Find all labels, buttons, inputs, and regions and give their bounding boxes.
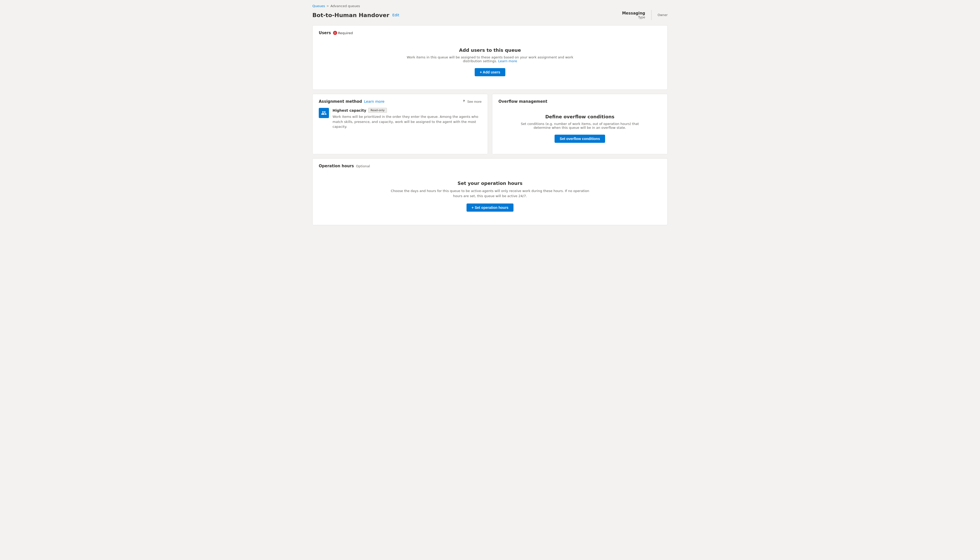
meta-type-value: Messaging xyxy=(622,11,645,15)
assignment-method-icon xyxy=(319,108,329,118)
overflow-header: Overflow management xyxy=(498,99,661,104)
breadcrumb: Queues > Advanced queues xyxy=(313,4,667,8)
operation-set-desc: Choose the days and hours for this queue… xyxy=(388,188,592,198)
operation-section-header: Operation hours Optional xyxy=(319,164,661,168)
people-icon xyxy=(321,110,327,116)
set-overflow-button[interactable]: Set overflow conditions xyxy=(555,135,605,143)
page-title: Bot-to-Human Handover xyxy=(313,12,389,18)
overflow-define-desc: Set conditions (e.g. number of work item… xyxy=(516,122,644,130)
users-section-header: Users ✕ Required xyxy=(319,31,661,35)
assignment-header: Assignment method Learn more See more xyxy=(319,99,482,104)
queues-breadcrumb-link[interactable]: Queues xyxy=(313,4,325,8)
meta-type-label: Type xyxy=(638,15,645,19)
set-operation-hours-button[interactable]: + Set operation hours xyxy=(467,203,513,212)
operation-section: Operation hours Optional Set your operat… xyxy=(313,158,667,225)
assignment-section: Assignment method Learn more See more xyxy=(313,94,488,154)
users-section: Users ✕ Required Add users to this queue… xyxy=(313,25,667,90)
see-more-button[interactable]: See more xyxy=(462,100,482,103)
two-col-section: Assignment method Learn more See more xyxy=(313,94,667,154)
add-users-desc: Work items in this queue will be assigne… xyxy=(401,55,579,63)
add-users-title: Add users to this queue xyxy=(459,47,521,53)
operation-content: Set your operation hours Choose the days… xyxy=(319,172,661,220)
required-label: Required xyxy=(338,31,353,35)
assignment-title: Assignment method xyxy=(319,99,362,104)
meta-type: Messaging Type xyxy=(622,11,645,19)
users-learn-more-link[interactable]: Learn more xyxy=(498,59,517,63)
overflow-title: Overflow management xyxy=(498,99,547,104)
page-title-section: Bot-to-Human Handover Edit xyxy=(313,12,399,18)
see-more-label: See more xyxy=(467,100,482,103)
optional-label: Optional xyxy=(356,164,370,168)
page-meta: Messaging Type Owner xyxy=(622,10,667,20)
meta-owner-label: Owner xyxy=(658,13,667,17)
add-users-content: Add users to this queue Work items in th… xyxy=(319,39,661,84)
advanced-queues-breadcrumb: Advanced queues xyxy=(331,4,360,8)
edit-link[interactable]: Edit xyxy=(392,13,399,17)
overflow-define-title: Define overflow conditions xyxy=(545,114,614,119)
readonly-badge: Read-only xyxy=(368,108,387,113)
add-users-button[interactable]: + Add users xyxy=(475,68,505,76)
users-section-title: Users xyxy=(319,31,331,35)
page-header: Bot-to-Human Handover Edit Messaging Typ… xyxy=(313,10,667,20)
required-badge: ✕ Required xyxy=(333,31,353,35)
assignment-title-row: Highest capacity Read-only xyxy=(333,108,482,113)
meta-divider xyxy=(651,10,652,20)
assignment-item: Highest capacity Read-only Work items wi… xyxy=(319,108,482,129)
assignment-learn-more-link[interactable]: Learn more xyxy=(364,100,385,103)
operation-set-title: Set your operation hours xyxy=(458,180,522,186)
required-icon: ✕ xyxy=(333,31,337,35)
overflow-content: Define overflow conditions Set condition… xyxy=(498,108,661,149)
assignment-details: Highest capacity Read-only Work items wi… xyxy=(333,108,482,129)
overflow-section: Overflow management Define overflow cond… xyxy=(492,94,667,154)
operation-section-title: Operation hours xyxy=(319,164,354,168)
assignment-method-desc: Work items will be prioritized in the or… xyxy=(333,114,482,129)
breadcrumb-separator: > xyxy=(326,4,329,8)
gear-icon xyxy=(462,100,466,103)
meta-owner: Owner xyxy=(658,13,667,17)
assignment-method-name: Highest capacity xyxy=(333,108,366,112)
